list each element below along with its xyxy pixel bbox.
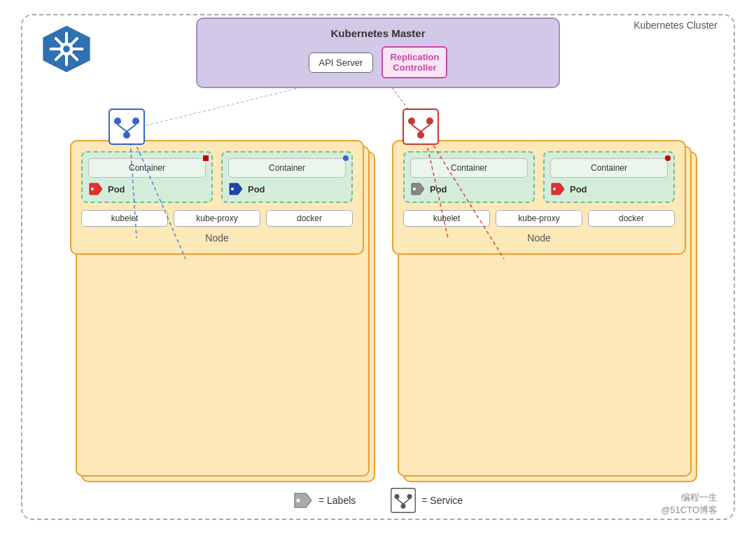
svg-point-3 xyxy=(63,45,70,52)
node-main-1: Container Pod Container xyxy=(70,140,364,255)
legend-labels-text: = Labels xyxy=(318,495,356,506)
container-3: Container xyxy=(410,158,528,178)
svg-point-36 xyxy=(401,504,406,509)
pods-row-2: Container Pod Container xyxy=(403,151,675,203)
pod-box-2: Container Pod xyxy=(221,151,353,203)
master-components: API Server ReplicationController xyxy=(209,46,547,78)
svg-rect-35 xyxy=(391,489,416,513)
node-main-2: Container Pod Container xyxy=(392,140,686,255)
pod-box-3: Container Pod xyxy=(403,151,535,203)
service-chip-docker-2: docker xyxy=(588,210,675,227)
replication-controller-box: ReplicationController xyxy=(382,46,447,78)
pod-text-4: Pod xyxy=(570,184,587,195)
nodes-area: Container Pod Container xyxy=(28,140,728,471)
watermark: 编程一生 @51CTO博客 xyxy=(661,491,718,517)
tag-icon-gray-1 xyxy=(410,182,426,196)
container-2: Container xyxy=(228,158,346,178)
red-dot-2 xyxy=(665,155,671,161)
legend-service: = Service xyxy=(391,488,463,513)
service-chip-kubeproxy-1: kube-proxy xyxy=(174,210,260,227)
svg-point-38 xyxy=(407,494,412,499)
pod-text-2: Pod xyxy=(248,184,265,195)
pod-text-3: Pod xyxy=(430,184,447,195)
watermark-line1: 编程一生 xyxy=(661,491,718,504)
service-icon-red xyxy=(402,108,439,148)
svg-point-26 xyxy=(408,118,415,125)
container-1: Container xyxy=(88,158,206,178)
svg-rect-18 xyxy=(109,109,144,144)
svg-point-21 xyxy=(132,118,139,125)
pod-box-4: Container Pod xyxy=(543,151,675,203)
svg-point-25 xyxy=(417,132,424,139)
svg-point-19 xyxy=(123,132,130,139)
svg-point-20 xyxy=(114,118,121,125)
api-server-box: API Server xyxy=(309,52,374,73)
service-chip-docker-1: docker xyxy=(266,210,353,227)
legend-labels: = Labels xyxy=(293,492,356,509)
replication-label: ReplicationController xyxy=(390,52,439,73)
legend-tag-icon xyxy=(293,492,313,509)
pod-label-4: Pod xyxy=(550,182,668,196)
blue-dot-1 xyxy=(343,155,349,161)
node-group-2: Container Pod Container xyxy=(392,140,686,471)
svg-point-31 xyxy=(231,188,234,190)
pod-text-1: Pod xyxy=(108,184,125,195)
svg-point-34 xyxy=(296,499,300,503)
service-chip-kubelet-2: kubelet xyxy=(403,210,490,227)
kubernetes-logo xyxy=(38,21,94,77)
pod-label-2: Pod xyxy=(228,182,346,196)
svg-point-32 xyxy=(413,188,416,190)
node-services-row-2: kubelet kube-proxy docker xyxy=(403,210,675,227)
container-4: Container xyxy=(550,158,668,178)
svg-point-33 xyxy=(553,188,556,190)
watermark-line2: @51CTO博客 xyxy=(661,504,718,517)
node-services-row-1: kubelet kube-proxy docker xyxy=(81,210,353,227)
legend-service-icon xyxy=(391,488,416,513)
tag-icon-red-2 xyxy=(550,182,566,196)
svg-point-37 xyxy=(395,494,400,499)
node-label-2: Node xyxy=(403,232,675,244)
node-group-1: Container Pod Container xyxy=(70,140,364,471)
node-label-1: Node xyxy=(81,232,353,244)
tag-icon-blue-1 xyxy=(228,182,244,196)
master-title: Kubernetes Master xyxy=(209,27,547,39)
service-chip-kubelet-1: kubelet xyxy=(81,210,168,227)
pod-box-1: Container Pod xyxy=(81,151,213,203)
red-dot-1 xyxy=(203,155,209,161)
service-icon-blue xyxy=(108,108,145,148)
pod-label-1: Pod xyxy=(88,182,206,196)
pods-row-1: Container Pod Container xyxy=(81,151,353,203)
main-container: Kubernetes Cluster Kubernetes Master API… xyxy=(0,0,756,534)
tag-icon-red-1 xyxy=(88,182,104,196)
svg-point-30 xyxy=(91,188,94,190)
cluster-label: Kubernetes Cluster xyxy=(634,20,718,31)
master-box: Kubernetes Master API Server Replication… xyxy=(196,17,560,88)
legend-area: = Labels = Service xyxy=(0,488,756,513)
legend-service-text: = Service xyxy=(421,495,463,506)
svg-point-27 xyxy=(426,118,433,125)
svg-rect-24 xyxy=(403,109,438,144)
service-chip-kubeproxy-2: kube-proxy xyxy=(496,210,582,227)
pod-label-3: Pod xyxy=(410,182,528,196)
